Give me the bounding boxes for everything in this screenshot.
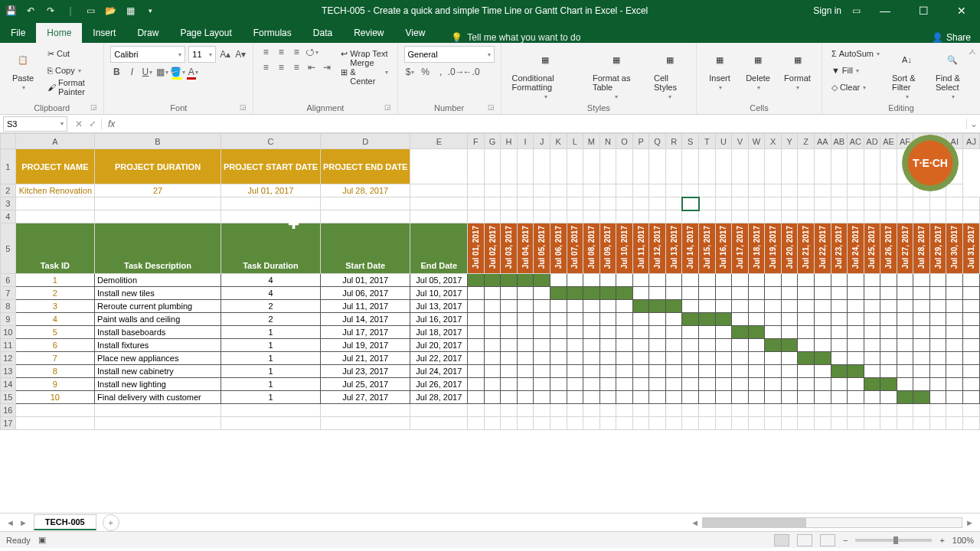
worksheet-grid[interactable]: T·E·CH ✚ ABCDEFGHIJKLMNOPQRSTUVWXYZAAABA… [0, 133, 980, 513]
gantt-cell[interactable] [946, 287, 963, 300]
cell[interactable] [880, 197, 897, 210]
gantt-cell[interactable] [781, 352, 798, 365]
row-header[interactable]: 1 [1, 149, 16, 184]
row-header[interactable]: 15 [1, 391, 16, 404]
cell[interactable] [748, 197, 765, 210]
gantt-cell[interactable] [864, 300, 880, 313]
task-start[interactable]: Jul 23, 2017 [321, 365, 410, 378]
task-start[interactable]: Jul 14, 2017 [321, 313, 410, 326]
task-duration[interactable]: 1 [220, 352, 320, 365]
gantt-cell[interactable] [550, 300, 567, 313]
row-header[interactable]: 14 [1, 378, 16, 391]
gantt-cell[interactable] [781, 339, 798, 352]
align-middle-icon[interactable]: ≡ [275, 46, 287, 58]
hscroll-right-icon[interactable]: ► [962, 518, 977, 527]
format-as-table-button[interactable]: ▦Format as Table▾ [588, 46, 645, 102]
gantt-cell[interactable] [699, 391, 716, 404]
gantt-cell[interactable] [848, 365, 864, 378]
gantt-cell[interactable] [616, 352, 633, 365]
cell[interactable] [831, 197, 848, 210]
task-id[interactable]: 6 [15, 339, 94, 352]
gantt-cell[interactable] [484, 300, 501, 313]
gantt-cell[interactable] [468, 378, 485, 391]
gantt-cell[interactable] [649, 300, 666, 313]
gantt-cell[interactable] [632, 300, 649, 313]
cell[interactable] [781, 197, 798, 210]
cell[interactable] [699, 197, 716, 210]
gantt-cell[interactable] [880, 339, 897, 352]
align-bottom-icon[interactable]: ≡ [290, 46, 302, 58]
undo-icon[interactable]: ↶ [24, 5, 37, 17]
col-header[interactable]: D [321, 134, 410, 149]
cell[interactable] [321, 197, 410, 210]
gantt-cell[interactable] [963, 287, 980, 300]
task-duration[interactable]: 4 [220, 287, 320, 300]
gantt-cell[interactable] [732, 365, 749, 378]
cell[interactable] [765, 197, 782, 210]
gantt-cell[interactable] [748, 274, 765, 287]
gantt-cell[interactable] [848, 391, 864, 404]
cell[interactable] [550, 197, 567, 210]
gantt-cell[interactable] [649, 391, 666, 404]
cell[interactable] [963, 197, 980, 210]
italic-button[interactable]: I [126, 66, 138, 78]
gantt-cell[interactable] [484, 365, 501, 378]
gantt-cell[interactable] [913, 391, 930, 404]
gantt-cell[interactable] [682, 326, 699, 339]
gantt-cell[interactable] [583, 326, 600, 339]
gantt-cell[interactable] [814, 326, 831, 339]
gantt-cell[interactable] [632, 352, 649, 365]
gantt-cell[interactable] [484, 391, 501, 404]
gantt-cell[interactable] [732, 313, 749, 326]
border-button[interactable]: ▦▾ [156, 66, 168, 78]
col-header[interactable]: R [665, 134, 682, 149]
gantt-cell[interactable] [534, 339, 550, 352]
name-box[interactable]: S3▾ [3, 116, 67, 132]
gantt-cell[interactable] [781, 313, 798, 326]
gantt-cell[interactable] [699, 287, 716, 300]
redo-icon[interactable]: ↷ [44, 5, 57, 17]
gantt-cell[interactable] [682, 378, 699, 391]
gantt-cell[interactable] [517, 391, 534, 404]
row-header[interactable]: 12 [1, 352, 16, 365]
gantt-cell[interactable] [682, 352, 699, 365]
page-layout-view-button[interactable] [797, 534, 812, 546]
gantt-cell[interactable] [864, 339, 880, 352]
col-header[interactable]: K [550, 134, 567, 149]
task-end[interactable]: Jul 18, 2017 [410, 326, 468, 339]
gantt-cell[interactable] [732, 352, 749, 365]
gantt-cell[interactable] [732, 300, 749, 313]
gantt-cell[interactable] [715, 326, 732, 339]
gantt-cell[interactable] [616, 339, 633, 352]
format-painter-button[interactable]: 🖌 Format Painter [44, 80, 97, 95]
tell-me[interactable]: 💡 Tell me what you want to do [451, 32, 580, 43]
gantt-cell[interactable] [765, 339, 782, 352]
tab-file[interactable]: File [0, 23, 36, 43]
gantt-cell[interactable] [715, 300, 732, 313]
gantt-cell[interactable] [534, 326, 550, 339]
gantt-cell[interactable] [946, 339, 963, 352]
gantt-cell[interactable] [880, 274, 897, 287]
gantt-cell[interactable] [550, 287, 567, 300]
col-header[interactable]: P [632, 134, 649, 149]
zoom-out-button[interactable]: − [843, 536, 848, 545]
row-header[interactable]: 9 [1, 313, 16, 326]
gantt-cell[interactable] [929, 313, 946, 326]
gantt-cell[interactable] [798, 352, 815, 365]
gantt-cell[interactable] [534, 287, 550, 300]
gantt-cell[interactable] [929, 352, 946, 365]
gantt-cell[interactable] [682, 274, 699, 287]
gantt-cell[interactable] [583, 391, 600, 404]
gantt-cell[interactable] [583, 378, 600, 391]
gantt-cell[interactable] [765, 391, 782, 404]
gantt-cell[interactable] [814, 274, 831, 287]
gantt-cell[interactable] [484, 326, 501, 339]
gantt-cell[interactable] [665, 378, 682, 391]
cell[interactable] [616, 197, 633, 210]
cell[interactable] [682, 197, 699, 210]
gantt-cell[interactable] [468, 391, 485, 404]
gantt-cell[interactable] [567, 326, 583, 339]
col-header[interactable]: W [748, 134, 765, 149]
col-header[interactable]: AD [864, 134, 880, 149]
row-header[interactable]: 8 [1, 300, 16, 313]
